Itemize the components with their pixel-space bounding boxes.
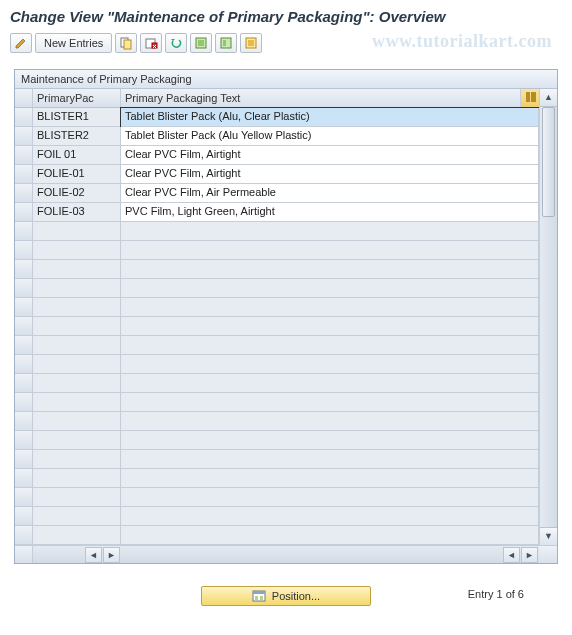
table-row[interactable] — [15, 450, 539, 469]
vertical-scrollbar[interactable]: ▲ ▼ — [539, 89, 557, 545]
undo-button[interactable] — [165, 33, 187, 53]
col1-scroll-right-button[interactable]: ► — [103, 547, 120, 563]
row-selector[interactable] — [15, 260, 33, 279]
table-row[interactable]: BLISTER1Tablet Blister Pack (Alu, Clear … — [15, 108, 539, 127]
row-selector[interactable] — [15, 146, 33, 165]
primarypac-cell[interactable] — [33, 507, 121, 526]
table-row[interactable]: FOLIE-01Clear PVC Film, Airtight — [15, 165, 539, 184]
primarypac-cell[interactable]: FOLIE-02 — [33, 184, 121, 203]
primarypac-cell[interactable] — [33, 412, 121, 431]
primarytext-cell[interactable] — [121, 393, 539, 412]
delete-button[interactable] — [140, 33, 162, 53]
table-row[interactable] — [15, 336, 539, 355]
row-selector[interactable] — [15, 412, 33, 431]
primarytext-cell[interactable] — [121, 336, 539, 355]
new-entries-button[interactable]: New Entries — [35, 33, 112, 53]
primarytext-cell[interactable] — [121, 469, 539, 488]
table-row[interactable] — [15, 507, 539, 526]
primarypac-cell[interactable] — [33, 526, 121, 545]
copy-as-button[interactable] — [115, 33, 137, 53]
table-row[interactable] — [15, 355, 539, 374]
primarypac-cell[interactable] — [33, 336, 121, 355]
primarytext-cell[interactable] — [121, 317, 539, 336]
primarypac-cell[interactable]: BLISTER1 — [33, 108, 121, 127]
primarytext-cell[interactable]: Clear PVC Film, Air Permeable — [121, 184, 539, 203]
row-selector[interactable] — [15, 279, 33, 298]
scroll-up-button[interactable]: ▲ — [540, 89, 557, 107]
primarytext-cell[interactable]: PVC Film, Light Green, Airtight — [121, 203, 539, 222]
primarytext-cell[interactable] — [121, 374, 539, 393]
primarytext-cell[interactable] — [121, 355, 539, 374]
row-selector[interactable] — [15, 222, 33, 241]
table-row[interactable] — [15, 317, 539, 336]
primarytext-cell[interactable]: Clear PVC Film, Airtight — [121, 165, 539, 184]
primarytext-cell[interactable] — [121, 488, 539, 507]
row-selector[interactable] — [15, 374, 33, 393]
row-selector[interactable] — [15, 507, 33, 526]
row-selector[interactable] — [15, 127, 33, 146]
table-row[interactable]: FOIL 01Clear PVC Film, Airtight — [15, 146, 539, 165]
row-selector[interactable] — [15, 184, 33, 203]
table-row[interactable] — [15, 374, 539, 393]
primarypac-cell[interactable] — [33, 488, 121, 507]
primarytext-cell[interactable] — [121, 507, 539, 526]
primarytext-cell[interactable] — [121, 298, 539, 317]
col1-scroll-left-button[interactable]: ◄ — [85, 547, 102, 563]
primarypac-cell[interactable] — [33, 374, 121, 393]
primarytext-cell[interactable] — [121, 450, 539, 469]
primarytext-cell[interactable]: Clear PVC Film, Airtight — [121, 146, 539, 165]
scroll-thumb[interactable] — [542, 107, 555, 217]
primarypac-cell[interactable] — [33, 431, 121, 450]
header-primarypac[interactable]: PrimaryPac — [33, 89, 121, 107]
primarytext-cell[interactable]: Tablet Blister Pack (Alu Yellow Plastic) — [121, 127, 539, 146]
select-all-button[interactable] — [190, 33, 212, 53]
primarypac-cell[interactable] — [33, 355, 121, 374]
primarypac-cell[interactable]: FOLIE-01 — [33, 165, 121, 184]
primarypac-cell[interactable] — [33, 241, 121, 260]
primarytext-cell[interactable] — [121, 526, 539, 545]
primarypac-cell[interactable] — [33, 317, 121, 336]
table-row[interactable] — [15, 412, 539, 431]
table-row[interactable]: FOLIE-02Clear PVC Film, Air Permeable — [15, 184, 539, 203]
primarytext-cell[interactable] — [121, 412, 539, 431]
deselect-all-button[interactable] — [240, 33, 262, 53]
row-selector[interactable] — [15, 241, 33, 260]
row-selector[interactable] — [15, 203, 33, 222]
header-primarytext[interactable]: Primary Packaging Text — [121, 89, 521, 107]
scroll-down-button[interactable]: ▼ — [540, 527, 557, 545]
row-selector[interactable] — [15, 450, 33, 469]
primarytext-cell[interactable] — [121, 431, 539, 450]
primarypac-cell[interactable]: BLISTER2 — [33, 127, 121, 146]
table-row[interactable] — [15, 222, 539, 241]
row-selector[interactable] — [15, 355, 33, 374]
primarypac-cell[interactable] — [33, 260, 121, 279]
primarytext-cell[interactable] — [121, 260, 539, 279]
col2-scroll-left-button[interactable]: ◄ — [503, 547, 520, 563]
scroll-track[interactable] — [540, 107, 557, 527]
position-button[interactable]: Position... — [201, 586, 371, 606]
table-row[interactable] — [15, 469, 539, 488]
table-row[interactable] — [15, 298, 539, 317]
primarypac-cell[interactable]: FOIL 01 — [33, 146, 121, 165]
table-row[interactable] — [15, 488, 539, 507]
table-row[interactable]: BLISTER2Tablet Blister Pack (Alu Yellow … — [15, 127, 539, 146]
row-selector[interactable] — [15, 336, 33, 355]
col2-scroll-right-button[interactable]: ► — [521, 547, 538, 563]
primarypac-cell[interactable] — [33, 469, 121, 488]
table-row[interactable] — [15, 393, 539, 412]
row-selector[interactable] — [15, 526, 33, 545]
row-selector[interactable] — [15, 108, 33, 127]
primarypac-cell[interactable] — [33, 450, 121, 469]
primarytext-cell[interactable] — [121, 279, 539, 298]
table-row[interactable] — [15, 260, 539, 279]
row-selector[interactable] — [15, 393, 33, 412]
row-selector[interactable] — [15, 298, 33, 317]
primarytext-cell[interactable]: Tablet Blister Pack (Alu, Clear Plastic) — [121, 108, 539, 127]
row-selector[interactable] — [15, 488, 33, 507]
header-select-all[interactable] — [15, 89, 33, 107]
primarypac-cell[interactable] — [33, 222, 121, 241]
row-selector[interactable] — [15, 469, 33, 488]
header-configure-button[interactable] — [521, 89, 539, 107]
table-row[interactable] — [15, 526, 539, 545]
table-row[interactable]: FOLIE-03PVC Film, Light Green, Airtight — [15, 203, 539, 222]
